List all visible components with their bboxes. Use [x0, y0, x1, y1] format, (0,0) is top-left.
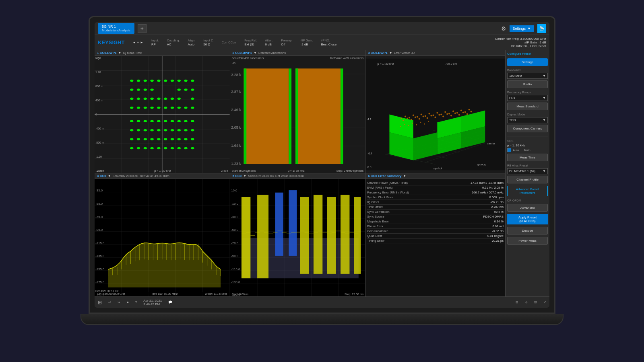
- spectrum-ref: Ref Value -15.00 dBm: [140, 174, 169, 178]
- advanced-preset-btn[interactable]: Advanced Preset Parameters: [507, 186, 548, 196]
- title-tab[interactable]: 5G NR 1 Modulation Analysis: [98, 23, 134, 34]
- decode-tab[interactable]: Decode: [507, 227, 548, 234]
- svg-point-66: [178, 129, 181, 132]
- rb-alloc-dropdown[interactable]: DL NR-TM3.1 (64) ▼: [507, 168, 548, 174]
- error-row: Magnitude Error0.34 %: [367, 219, 504, 224]
- svg-rect-230: [327, 197, 336, 274]
- svg-rect-104: [295, 68, 341, 164]
- component-carriers-tab[interactable]: Component Carriers: [507, 125, 548, 132]
- svg-point-37: [191, 98, 194, 100]
- add-tab-button[interactable]: +: [138, 24, 147, 33]
- svg-point-69: [130, 138, 133, 140]
- undo-icon[interactable]: ↩: [108, 300, 111, 304]
- svg-point-73: [157, 138, 160, 140]
- channel-profile-tab[interactable]: Channel Profile: [507, 176, 548, 183]
- freq-range-dropdown[interactable]: FR1 ▼: [507, 95, 548, 101]
- ev3d-plot-body: 4.1 -0.4 symbol carrier 3375.9 0.0 μ = 1…: [365, 56, 505, 173]
- svg-rect-102: [244, 68, 246, 164]
- svg-point-44: [164, 107, 167, 109]
- right-panel: Configure Preset Settings Bandwidth 100 …: [505, 50, 549, 296]
- svg-point-20: [150, 88, 153, 91]
- window-icon[interactable]: ⊡: [534, 300, 537, 304]
- svg-text:-130.0: -130.0: [231, 280, 240, 284]
- svg-rect-231: [341, 195, 349, 274]
- ifgain-info: #IF Gain: -2 dB: [301, 39, 313, 46]
- meas-standard-tab[interactable]: Meas Standard: [507, 103, 548, 110]
- svg-rect-101: [244, 68, 289, 164]
- app-container: 5G NR 1 Modulation Analysis + ⚙ Settings…: [95, 22, 549, 308]
- svg-rect-224: [242, 197, 250, 278]
- svg-point-139: [464, 111, 466, 113]
- signal-icon[interactable]: 📡: [537, 24, 546, 33]
- svg-text:-75.0: -75.0: [95, 215, 103, 219]
- cursor-icon[interactable]: ⊹: [525, 300, 528, 304]
- windows-icon[interactable]: ⊞: [98, 300, 102, 305]
- error-row: Phase Error0.01 rad: [367, 224, 504, 229]
- svg-point-141: [402, 119, 404, 121]
- error-row: Sync SourcePDSCH DMRS: [367, 214, 504, 219]
- laptop-lid: 5G NR 1 Modulation Analysis + ⚙ Settings…: [89, 16, 555, 314]
- svg-point-88: [191, 147, 194, 150]
- svg-point-79: [130, 147, 133, 150]
- spectrum-svg: -35.0 -55.0 -75.0 -95.0 -115.0 -135.0 -1…: [95, 179, 230, 296]
- carrier-info: Carrier Ref Freq: 3.600000000 GHz #IF Ga…: [495, 37, 546, 48]
- svg-text:-70.0: -70.0: [231, 241, 238, 245]
- alloc-plot-body: Scale/Div 409 subcarriers Ref Value -409…: [230, 56, 365, 173]
- ev3d-panel: 3 CC0-BWP1 ▼ Error Vector 3D: [365, 50, 505, 173]
- auto-checkbox-row: Auto Main: [507, 148, 548, 152]
- advanced-tab[interactable]: Advanced: [507, 204, 548, 212]
- spectrum-panel: 4 CC0 ▼ Scale/Div 20.00 dB Ref Value -15…: [95, 173, 230, 296]
- meas-time-tab[interactable]: Meas Time: [507, 154, 548, 161]
- iq-panel: 1 CC0-BWP1 ▼ IQ Meas Time I-Q 1.60 1.20: [95, 50, 230, 173]
- svg-point-42: [150, 107, 153, 109]
- iq-panel-type: IQ Meas Time: [123, 51, 142, 55]
- stop-icon[interactable]: ■: [127, 300, 129, 304]
- error-summary-panel-header: 6 CC0 Error Summary ▼: [365, 173, 505, 179]
- auto-checkbox[interactable]: [507, 148, 511, 152]
- iq-range-info: -2.484 μ = 1: 30 kHz 2.484: [96, 169, 228, 172]
- help-icon[interactable]: ?: [135, 300, 137, 304]
- redo-icon[interactable]: ↪: [118, 300, 120, 304]
- svg-point-52: [150, 120, 153, 122]
- svg-point-126: [413, 115, 414, 116]
- svg-point-143: [411, 119, 412, 120]
- duplex-dropdown[interactable]: TDD ▼: [507, 117, 548, 123]
- freqref-info: Freq Ref: Ext (S): [244, 39, 257, 46]
- spectrum-range-info: Ctr: 3.600000000 GHz Info BW: 98.30 MHz …: [96, 292, 228, 296]
- svg-point-158: [471, 111, 472, 113]
- svg-point-31: [178, 80, 181, 82]
- iq-plot-svg: [95, 56, 230, 173]
- svg-point-32: [184, 80, 187, 82]
- settings-tab[interactable]: Settings: [507, 58, 548, 66]
- spectrum-panel-number: 4 CC0: [97, 174, 106, 178]
- svg-point-136: [452, 111, 454, 112]
- svg-point-13: [130, 80, 133, 82]
- svg-point-128: [421, 114, 422, 115]
- svg-point-27: [150, 98, 153, 100]
- svg-text:3375.9: 3375.9: [477, 164, 486, 167]
- bandwidth-dropdown[interactable]: 100 MHz ▼: [507, 73, 548, 79]
- radio-tab[interactable]: Radio: [507, 80, 548, 88]
- svg-point-170: [428, 121, 429, 122]
- gear-button[interactable]: ⚙: [501, 25, 506, 32]
- svg-point-67: [184, 129, 187, 132]
- power-meas-tab[interactable]: Power Meas: [507, 237, 548, 245]
- svg-point-152: [446, 113, 448, 115]
- svg-text:μ = 1: 30 kHz: μ = 1: 30 kHz: [378, 62, 394, 66]
- scs-label: SCS: [507, 139, 548, 143]
- error-row: Time Offset2.787 ms: [367, 205, 504, 210]
- grid-icon[interactable]: ⊞: [516, 300, 518, 304]
- nav-arrows: ◄+►: [132, 41, 143, 44]
- scs-value: μ = 1: 30 kHz: [507, 144, 548, 147]
- svg-text:-90.0: -90.0: [231, 254, 238, 258]
- raw-main-svg: 10.0 -10.0 -30.0 -50.0 -70.0 -90.0 -110.…: [230, 179, 365, 296]
- svg-rect-228: [300, 197, 309, 274]
- svg-point-56: [178, 120, 181, 122]
- error-row: Frequency Error (RMS / Worst)106.7 mHz /…: [367, 190, 504, 195]
- meas-setup-button[interactable]: Settings ▼: [510, 25, 534, 32]
- chat-icon[interactable]: 💬: [168, 300, 172, 304]
- svg-point-144: [415, 116, 416, 118]
- apply-preset-btn[interactable]: Apply Preset (to All CCs): [507, 214, 548, 224]
- svg-point-46: [178, 107, 181, 109]
- fullscreen-icon[interactable]: ⤢: [543, 300, 546, 304]
